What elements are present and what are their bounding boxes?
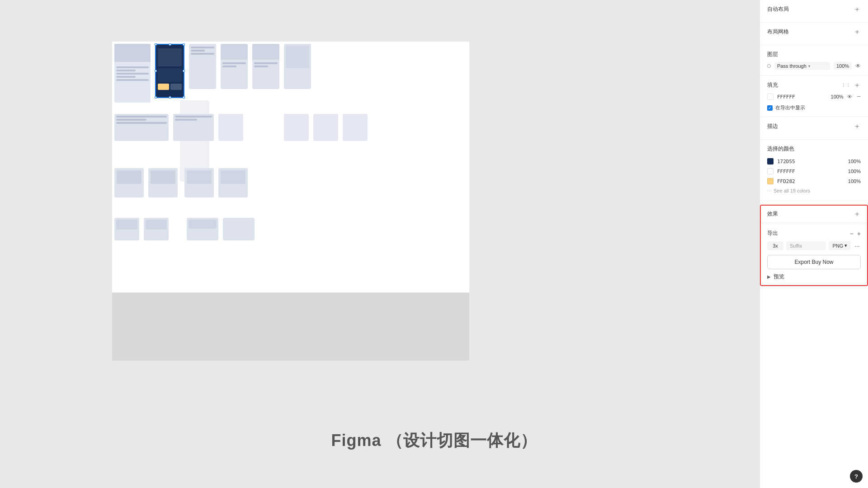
frame-r4-3[interactable] (187, 218, 218, 240)
export-add-icon[interactable]: + (857, 230, 861, 237)
layer-row: Pass through ▾ 100% 👁 (767, 62, 861, 70)
see-all-label: See all 19 colors (774, 188, 810, 193)
color-entry-2: FFFFFF 100% (767, 166, 861, 176)
export-format-label: PNG (832, 243, 843, 249)
handle-mr[interactable] (183, 70, 185, 72)
grid-section: 布局网格 + (760, 23, 868, 45)
color2-opacity: 100% (848, 169, 861, 174)
export-minus-icon[interactable]: − (850, 230, 854, 237)
see-all-colors-link[interactable]: ⋯ See all 19 colors (767, 186, 861, 195)
frame-sq-4[interactable] (218, 168, 248, 197)
export-more-icon[interactable]: ··· (854, 241, 861, 250)
color1-opacity: 100% (848, 159, 861, 164)
preview-arrow-icon: ▶ (767, 274, 771, 279)
frame-small-3[interactable] (252, 44, 279, 89)
frame-sq-3[interactable] (184, 168, 214, 197)
frame-r4-4[interactable] (223, 218, 255, 240)
frame-wide-1[interactable] (114, 114, 169, 141)
frame-small-1[interactable] (189, 44, 216, 89)
layer-opacity-input[interactable]: 100% (834, 62, 852, 70)
auto-layout-add-icon[interactable]: + (854, 6, 861, 13)
handle-bl[interactable] (155, 96, 157, 99)
export-format-selector[interactable]: PNG ▾ (829, 241, 851, 250)
design-canvas (112, 42, 469, 292)
color-entry-3: FFD282 100% (767, 176, 861, 186)
frame-wide-6[interactable] (343, 114, 368, 141)
frames-row4 (114, 218, 255, 240)
handle-ml[interactable] (155, 70, 157, 72)
color3-swatch[interactable] (767, 178, 774, 184)
color2-hex: FFFFFF (777, 169, 844, 174)
export-buy-now-button[interactable]: Export Buy Now (767, 255, 861, 269)
export-row: 3x Suffix PNG ▾ ··· (767, 241, 861, 250)
color2-swatch[interactable] (767, 168, 774, 174)
frame-wide-3[interactable] (218, 114, 243, 141)
stroke-label: 描边 (767, 122, 778, 130)
fill-add-icon[interactable]: + (854, 82, 861, 89)
fill-visibility-icon[interactable]: 👁 (847, 94, 852, 99)
selected-colors-section: 选择的颜色 172D55 100% FFFFFF 100% FFD282 100… (760, 140, 868, 201)
effects-add-icon[interactable]: + (854, 211, 861, 218)
grid-add-icon[interactable]: + (854, 28, 861, 36)
export-scale-input[interactable]: 3x (767, 241, 783, 250)
layer-mode-selector[interactable]: Pass through ▾ (774, 62, 830, 70)
auto-layout-section: 自动布局 + (760, 0, 868, 23)
frame-small-2[interactable] (221, 44, 248, 89)
selected-colors-label: 选择的颜色 (767, 145, 794, 153)
frame-wide-4[interactable] (284, 114, 309, 141)
frame-wide-5[interactable] (313, 114, 338, 141)
frame-list[interactable] (114, 44, 151, 103)
layer-mode-chevron-icon: ▾ (808, 64, 810, 68)
layer-mode-text: Pass through (777, 63, 807, 69)
right-panel: 自动布局 + 布局网格 + 图层 Pass through ▾ 100% 👁 填… (760, 0, 868, 488)
fill-row: FFFFFF 100% 👁 − (767, 93, 861, 101)
effects-label: 效果 (767, 210, 778, 218)
color3-opacity: 100% (848, 178, 861, 184)
preview-label: 预览 (774, 273, 784, 281)
frame-sq-1[interactable] (114, 168, 144, 197)
handle-br[interactable] (183, 96, 185, 99)
color-entry-1: 172D55 100% (767, 156, 861, 166)
export-section: 导出 − + 3x Suffix PNG ▾ ··· Export Buy No… (761, 225, 867, 285)
fill-color-swatch[interactable] (767, 94, 774, 100)
export-display-row: 在导出中显示 (767, 104, 861, 111)
selected-phone-frame[interactable] (155, 44, 184, 98)
fill-grid-icon[interactable]: ⋮⋮ (841, 82, 851, 88)
fill-remove-icon[interactable]: − (857, 93, 861, 101)
frame-r4-2[interactable] (144, 218, 169, 240)
fill-opacity-value[interactable]: 100% (828, 94, 844, 99)
handle-tc[interactable] (169, 43, 171, 46)
color1-swatch[interactable] (767, 158, 774, 164)
frame-wide-2[interactable] (173, 114, 214, 141)
frame-sq-2[interactable] (148, 168, 178, 197)
auto-layout-label: 自动布局 (767, 5, 789, 13)
layer-visibility-icon[interactable]: 👁 (855, 63, 861, 69)
handle-tl[interactable] (155, 43, 157, 46)
highlight-box: 效果 + 导出 − + 3x Suffix PN (760, 205, 868, 286)
stroke-section: 描边 + (760, 117, 868, 140)
frames-row3 (114, 168, 248, 197)
color3-hex: FFD282 (777, 178, 844, 184)
export-label: 导出 (767, 230, 778, 237)
stroke-add-icon[interactable]: + (854, 123, 861, 130)
export-display-checkbox[interactable] (767, 105, 773, 111)
handle-bc[interactable] (169, 96, 171, 99)
export-format-chevron-icon: ▾ (844, 243, 847, 249)
grid-label: 布局网格 (767, 28, 789, 36)
fill-label: 填充 (767, 81, 778, 89)
export-suffix-input[interactable]: Suffix (786, 241, 826, 250)
frames-row2 (114, 114, 368, 141)
layer-dot-icon (767, 64, 771, 68)
canvas-bottom (112, 293, 469, 361)
effects-section: 效果 + (761, 206, 867, 223)
fill-hex-value[interactable]: FFFFFF (777, 94, 824, 100)
highlighted-sections: 效果 + 导出 − + 3x Suffix PN (760, 205, 868, 286)
preview-row[interactable]: ▶ 预览 (767, 273, 861, 281)
frames-row1 (114, 44, 311, 103)
fill-section: 填充 ⋮⋮ + FFFFFF 100% 👁 − 在导出中显示 (760, 76, 868, 117)
frame-r4-1[interactable] (114, 218, 139, 240)
handle-tr[interactable] (183, 43, 185, 46)
frame-small-4[interactable] (284, 44, 311, 89)
page-title: Figma （设计切图一体化） (331, 430, 537, 452)
color1-hex: 172D55 (777, 159, 844, 164)
